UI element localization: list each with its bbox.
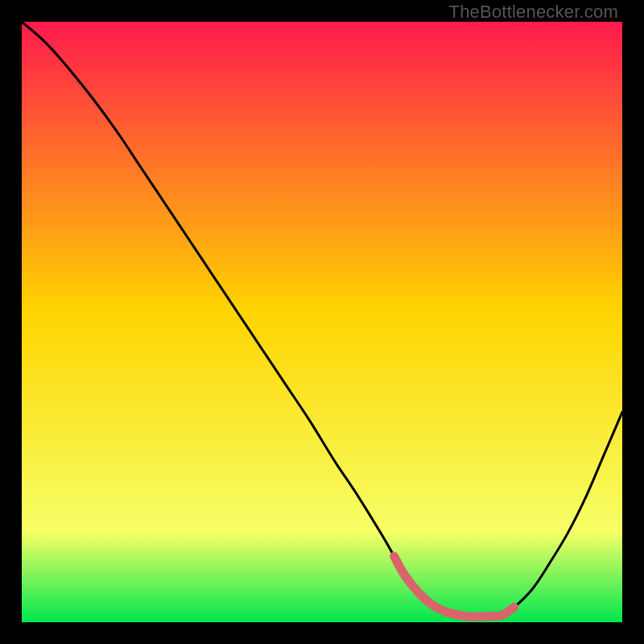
chart-frame [22,22,622,622]
watermark-text: TheBottlenecker.com [449,2,618,23]
chart-svg [22,22,622,622]
gradient-background [22,22,622,622]
